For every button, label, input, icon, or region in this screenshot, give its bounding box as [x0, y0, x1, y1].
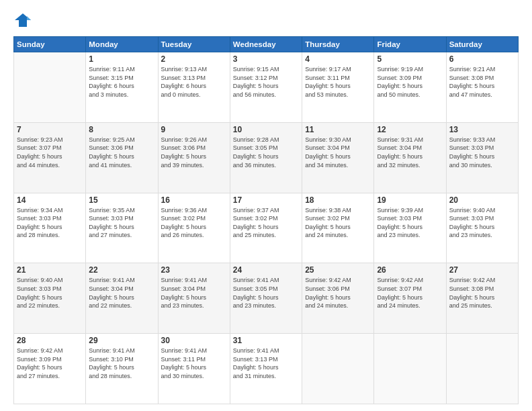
logo	[13, 11, 34, 30]
day-info: Sunrise: 9:23 AM Sunset: 3:07 PM Dayligh…	[17, 136, 83, 169]
calendar-cell: 23Sunrise: 9:41 AM Sunset: 3:04 PM Dayli…	[158, 263, 230, 334]
calendar-week-row: 1Sunrise: 9:11 AM Sunset: 3:15 PM Daylig…	[14, 52, 519, 123]
day-info: Sunrise: 9:41 AM Sunset: 3:13 PM Dayligh…	[233, 347, 299, 380]
calendar-cell: 10Sunrise: 9:28 AM Sunset: 3:05 PM Dayli…	[230, 122, 302, 193]
calendar-cell	[14, 52, 86, 123]
calendar-cell: 31Sunrise: 9:41 AM Sunset: 3:13 PM Dayli…	[230, 334, 302, 404]
day-number: 5	[377, 54, 443, 64]
calendar-cell: 2Sunrise: 9:13 AM Sunset: 3:13 PM Daylig…	[158, 52, 230, 123]
calendar-cell: 20Sunrise: 9:40 AM Sunset: 3:03 PM Dayli…	[446, 193, 518, 263]
day-number: 15	[89, 195, 154, 205]
day-number: 23	[161, 265, 227, 275]
day-number: 3	[233, 54, 299, 64]
calendar-cell	[302, 334, 374, 404]
day-number: 14	[17, 195, 83, 205]
day-info: Sunrise: 9:36 AM Sunset: 3:02 PM Dayligh…	[161, 206, 227, 240]
calendar-cell: 1Sunrise: 9:11 AM Sunset: 3:15 PM Daylig…	[86, 52, 158, 123]
calendar-week-row: 21Sunrise: 9:40 AM Sunset: 3:03 PM Dayli…	[14, 263, 519, 334]
calendar-cell: 28Sunrise: 9:42 AM Sunset: 3:09 PM Dayli…	[14, 334, 86, 404]
day-info: Sunrise: 9:42 AM Sunset: 3:08 PM Dayligh…	[449, 276, 515, 310]
day-number: 31	[233, 336, 299, 345]
day-info: Sunrise: 9:15 AM Sunset: 3:12 PM Dayligh…	[233, 65, 299, 99]
day-header-thursday: Thursday	[302, 37, 374, 52]
day-number: 25	[305, 265, 371, 275]
page: SundayMondayTuesdayWednesdayThursdayFrid…	[0, 0, 532, 411]
header	[13, 11, 519, 30]
day-number: 12	[377, 125, 443, 134]
day-number: 29	[89, 336, 154, 345]
day-info: Sunrise: 9:30 AM Sunset: 3:04 PM Dayligh…	[305, 136, 371, 169]
day-header-wednesday: Wednesday	[230, 37, 302, 52]
calendar-cell: 11Sunrise: 9:30 AM Sunset: 3:04 PM Dayli…	[302, 122, 374, 193]
calendar-cell: 29Sunrise: 9:41 AM Sunset: 3:10 PM Dayli…	[86, 334, 158, 404]
day-info: Sunrise: 9:31 AM Sunset: 3:04 PM Dayligh…	[377, 136, 443, 169]
day-number: 10	[233, 125, 299, 134]
calendar-cell: 15Sunrise: 9:35 AM Sunset: 3:03 PM Dayli…	[86, 193, 158, 263]
logo-icon	[13, 11, 32, 30]
calendar-table: SundayMondayTuesdayWednesdayThursdayFrid…	[13, 36, 519, 404]
day-number: 9	[161, 125, 227, 134]
calendar-cell: 14Sunrise: 9:34 AM Sunset: 3:03 PM Dayli…	[14, 193, 86, 263]
day-info: Sunrise: 9:37 AM Sunset: 3:02 PM Dayligh…	[233, 206, 299, 240]
day-number: 8	[89, 125, 154, 134]
day-info: Sunrise: 9:42 AM Sunset: 3:09 PM Dayligh…	[17, 347, 83, 380]
calendar-cell: 18Sunrise: 9:38 AM Sunset: 3:02 PM Dayli…	[302, 193, 374, 263]
day-info: Sunrise: 9:40 AM Sunset: 3:03 PM Dayligh…	[17, 276, 83, 310]
calendar-cell: 24Sunrise: 9:41 AM Sunset: 3:05 PM Dayli…	[230, 263, 302, 334]
day-header-tuesday: Tuesday	[158, 37, 230, 52]
calendar-cell: 19Sunrise: 9:39 AM Sunset: 3:03 PM Dayli…	[374, 193, 446, 263]
day-number: 26	[377, 265, 443, 275]
day-info: Sunrise: 9:40 AM Sunset: 3:03 PM Dayligh…	[449, 206, 515, 240]
calendar-header-row: SundayMondayTuesdayWednesdayThursdayFrid…	[14, 37, 519, 52]
calendar-cell: 25Sunrise: 9:42 AM Sunset: 3:06 PM Dayli…	[302, 263, 374, 334]
day-info: Sunrise: 9:17 AM Sunset: 3:11 PM Dayligh…	[305, 65, 371, 99]
calendar-week-row: 28Sunrise: 9:42 AM Sunset: 3:09 PM Dayli…	[14, 334, 519, 404]
calendar-week-row: 14Sunrise: 9:34 AM Sunset: 3:03 PM Dayli…	[14, 193, 519, 263]
day-info: Sunrise: 9:11 AM Sunset: 3:15 PM Dayligh…	[89, 65, 154, 99]
day-number: 24	[233, 265, 299, 275]
day-number: 2	[161, 54, 227, 64]
calendar-cell: 16Sunrise: 9:36 AM Sunset: 3:02 PM Dayli…	[158, 193, 230, 263]
day-info: Sunrise: 9:33 AM Sunset: 3:03 PM Dayligh…	[449, 136, 515, 169]
calendar-week-row: 7Sunrise: 9:23 AM Sunset: 3:07 PM Daylig…	[14, 122, 519, 193]
calendar-cell: 6Sunrise: 9:21 AM Sunset: 3:08 PM Daylig…	[446, 52, 518, 123]
day-info: Sunrise: 9:25 AM Sunset: 3:06 PM Dayligh…	[89, 136, 154, 169]
day-info: Sunrise: 9:35 AM Sunset: 3:03 PM Dayligh…	[89, 206, 154, 240]
day-number: 7	[17, 125, 83, 134]
day-info: Sunrise: 9:42 AM Sunset: 3:06 PM Dayligh…	[305, 276, 371, 310]
day-number: 20	[449, 195, 515, 205]
calendar-cell: 30Sunrise: 9:41 AM Sunset: 3:11 PM Dayli…	[158, 334, 230, 404]
day-number: 11	[305, 125, 371, 134]
calendar-cell: 4Sunrise: 9:17 AM Sunset: 3:11 PM Daylig…	[302, 52, 374, 123]
day-number: 22	[89, 265, 154, 275]
calendar-cell: 5Sunrise: 9:19 AM Sunset: 3:09 PM Daylig…	[374, 52, 446, 123]
day-number: 16	[161, 195, 227, 205]
calendar-cell: 22Sunrise: 9:41 AM Sunset: 3:04 PM Dayli…	[86, 263, 158, 334]
calendar-cell: 12Sunrise: 9:31 AM Sunset: 3:04 PM Dayli…	[374, 122, 446, 193]
day-info: Sunrise: 9:41 AM Sunset: 3:04 PM Dayligh…	[161, 276, 227, 310]
calendar-cell	[446, 334, 518, 404]
calendar-cell: 27Sunrise: 9:42 AM Sunset: 3:08 PM Dayli…	[446, 263, 518, 334]
day-number: 19	[377, 195, 443, 205]
day-info: Sunrise: 9:39 AM Sunset: 3:03 PM Dayligh…	[377, 206, 443, 240]
calendar-cell: 3Sunrise: 9:15 AM Sunset: 3:12 PM Daylig…	[230, 52, 302, 123]
day-info: Sunrise: 9:26 AM Sunset: 3:06 PM Dayligh…	[161, 136, 227, 169]
day-header-sunday: Sunday	[14, 37, 86, 52]
day-info: Sunrise: 9:38 AM Sunset: 3:02 PM Dayligh…	[305, 206, 371, 240]
day-header-monday: Monday	[86, 37, 158, 52]
calendar-cell: 9Sunrise: 9:26 AM Sunset: 3:06 PM Daylig…	[158, 122, 230, 193]
calendar-cell: 13Sunrise: 9:33 AM Sunset: 3:03 PM Dayli…	[446, 122, 518, 193]
calendar-cell: 26Sunrise: 9:42 AM Sunset: 3:07 PM Dayli…	[374, 263, 446, 334]
day-info: Sunrise: 9:41 AM Sunset: 3:11 PM Dayligh…	[161, 347, 227, 380]
day-info: Sunrise: 9:28 AM Sunset: 3:05 PM Dayligh…	[233, 136, 299, 169]
calendar-cell: 8Sunrise: 9:25 AM Sunset: 3:06 PM Daylig…	[86, 122, 158, 193]
day-info: Sunrise: 9:13 AM Sunset: 3:13 PM Dayligh…	[161, 65, 227, 99]
day-number: 27	[449, 265, 515, 275]
day-number: 13	[449, 125, 515, 134]
day-info: Sunrise: 9:34 AM Sunset: 3:03 PM Dayligh…	[17, 206, 83, 240]
day-number: 28	[17, 336, 83, 345]
day-info: Sunrise: 9:19 AM Sunset: 3:09 PM Dayligh…	[377, 65, 443, 99]
calendar-cell: 7Sunrise: 9:23 AM Sunset: 3:07 PM Daylig…	[14, 122, 86, 193]
day-info: Sunrise: 9:41 AM Sunset: 3:04 PM Dayligh…	[89, 276, 154, 310]
day-info: Sunrise: 9:21 AM Sunset: 3:08 PM Dayligh…	[449, 65, 515, 99]
